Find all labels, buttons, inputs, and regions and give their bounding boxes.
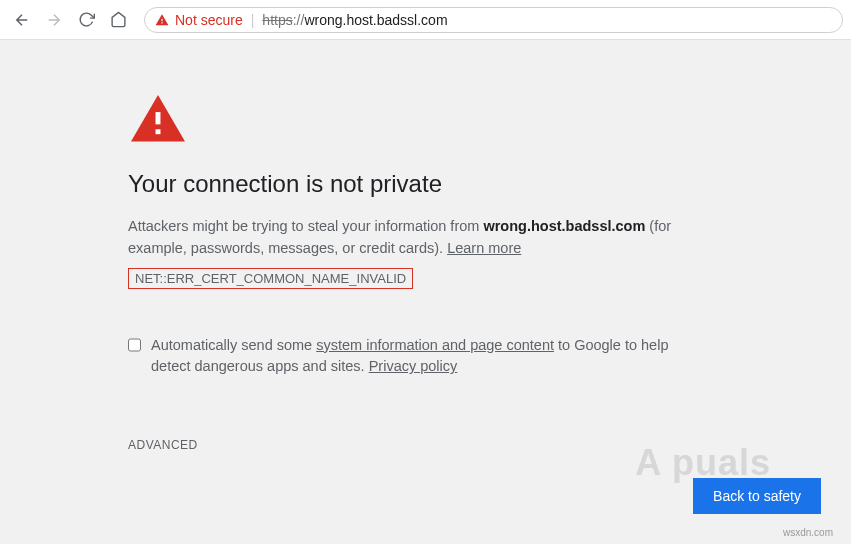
svg-rect-1: [156, 129, 161, 134]
warning-description: Attackers might be trying to steal your …: [128, 216, 688, 260]
arrow-right-icon: [45, 11, 63, 29]
svg-rect-0: [156, 112, 161, 124]
security-indicator[interactable]: Not secure: [155, 12, 243, 28]
home-button[interactable]: [104, 6, 132, 34]
address-bar[interactable]: Not secure | https://wrong.host.badssl.c…: [144, 7, 843, 33]
arrow-left-icon: [13, 11, 31, 29]
error-code: NET::ERR_CERT_COMMON_NAME_INVALID: [128, 268, 413, 289]
warning-icon-large: [128, 90, 851, 148]
reload-icon: [78, 11, 95, 28]
reload-button[interactable]: [72, 6, 100, 34]
opt-in-checkbox[interactable]: [128, 337, 141, 353]
watermark-text: wsxdn.com: [783, 527, 833, 538]
hostname-strong: wrong.host.badssl.com: [483, 218, 645, 234]
page-heading: Your connection is not private: [128, 170, 851, 198]
not-secure-label: Not secure: [175, 12, 243, 28]
system-info-link[interactable]: system information and page content: [316, 337, 554, 353]
browser-toolbar: Not secure | https://wrong.host.badssl.c…: [0, 0, 851, 40]
url-text: https://wrong.host.badssl.com: [262, 12, 447, 28]
warning-triangle-icon: [155, 13, 169, 27]
privacy-policy-link[interactable]: Privacy policy: [369, 358, 458, 374]
forward-button[interactable]: [40, 6, 68, 34]
advanced-button[interactable]: ADVANCED: [128, 438, 198, 452]
interstitial-content: Your connection is not private Attackers…: [0, 40, 851, 452]
home-icon: [110, 11, 127, 28]
learn-more-link[interactable]: Learn more: [447, 240, 521, 256]
opt-in-row: Automatically send some system informati…: [128, 335, 708, 379]
back-button[interactable]: [8, 6, 36, 34]
back-to-safety-button[interactable]: Back to safety: [693, 478, 821, 514]
